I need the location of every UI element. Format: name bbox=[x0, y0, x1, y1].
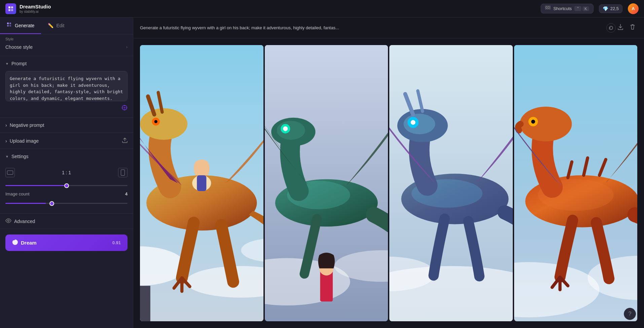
shortcuts-button[interactable]: Shortcuts ⌃ K bbox=[541, 4, 593, 13]
settings-section: ▼ Settings 1 : 1 bbox=[0, 149, 133, 214]
magic-enhance-button[interactable] bbox=[121, 105, 128, 112]
shortcuts-icon bbox=[545, 6, 550, 11]
upload-left: › Upload image bbox=[5, 138, 39, 144]
image-count-label: Image count bbox=[5, 191, 30, 196]
generated-image-2[interactable] bbox=[265, 45, 388, 321]
content-area: Generate a futuristic flying wyvern with… bbox=[133, 17, 644, 328]
svg-rect-10 bbox=[7, 23, 9, 24]
tab-generate-label: Generate bbox=[15, 23, 34, 28]
prompt-body: Generate a futuristic flying wyvern with… bbox=[0, 71, 133, 117]
svg-rect-5 bbox=[547, 6, 548, 7]
svg-point-61 bbox=[531, 120, 535, 124]
settings-header[interactable]: ▼ Settings bbox=[0, 149, 133, 164]
svg-point-29 bbox=[140, 108, 187, 140]
app-title: DreamStudio bbox=[20, 4, 51, 10]
svg-point-31 bbox=[154, 120, 157, 123]
tab-bar: Generate ✏️ Edit bbox=[0, 17, 133, 34]
image-count-row: Image count 4 bbox=[5, 191, 128, 196]
generated-image-1[interactable] bbox=[140, 45, 263, 321]
delete-button[interactable] bbox=[628, 22, 637, 33]
main-content: Generate ✏️ Edit Style Choose style › ▼ … bbox=[0, 17, 644, 328]
credits-value: 22,5 bbox=[610, 6, 619, 11]
svg-rect-7 bbox=[545, 8, 546, 9]
tab-edit-label: Edit bbox=[56, 23, 64, 28]
generated-image-3[interactable] bbox=[389, 45, 513, 321]
dream-button-left: Dream bbox=[12, 239, 37, 246]
svg-rect-27 bbox=[140, 286, 150, 321]
style-section: Style Choose style › bbox=[0, 34, 133, 56]
negative-prompt-label: Negative prompt bbox=[10, 122, 44, 128]
prompt-input[interactable]: Generate a futuristic flying wyvern with… bbox=[5, 71, 128, 101]
negative-prompt-section[interactable]: › Negative prompt bbox=[0, 118, 133, 133]
app-logo bbox=[5, 3, 16, 14]
svg-point-20 bbox=[8, 220, 9, 222]
refresh-button[interactable] bbox=[606, 23, 616, 33]
kbd2: K bbox=[582, 6, 589, 11]
image-1-placeholder bbox=[140, 45, 263, 321]
svg-rect-11 bbox=[9, 23, 11, 24]
tab-generate[interactable]: Generate bbox=[0, 17, 41, 34]
svg-rect-12 bbox=[7, 25, 9, 27]
help-label: ? bbox=[629, 311, 632, 317]
app-title-group: DreamStudio by stability.ai bbox=[20, 4, 51, 13]
svg-rect-0 bbox=[8, 6, 10, 8]
svg-point-42 bbox=[283, 126, 288, 131]
content-header-left: Generate a futuristic flying wyvern with… bbox=[140, 23, 616, 33]
upload-section[interactable]: › Upload image bbox=[0, 133, 133, 149]
style-chooser[interactable]: Choose style › bbox=[5, 42, 128, 52]
aspect-ratio-slider-container bbox=[5, 181, 128, 187]
eye-icon bbox=[5, 218, 11, 224]
aspect-ratio-row: 1 : 1 bbox=[5, 168, 128, 177]
portrait-aspect-icon[interactable] bbox=[118, 168, 128, 177]
help-button[interactable]: ? bbox=[624, 308, 636, 320]
style-label: Style bbox=[5, 37, 128, 41]
download-button[interactable] bbox=[616, 22, 625, 33]
sidebar: Generate ✏️ Edit Style Choose style › ▼ … bbox=[0, 17, 133, 328]
image-count-slider[interactable] bbox=[5, 203, 128, 204]
svg-rect-4 bbox=[545, 6, 546, 7]
shortcuts-label: Shortcuts bbox=[553, 6, 572, 11]
content-header-actions bbox=[616, 22, 637, 33]
svg-rect-1 bbox=[11, 6, 13, 8]
aspect-ratio-slider[interactable] bbox=[5, 185, 128, 186]
images-grid bbox=[133, 38, 644, 328]
svg-rect-6 bbox=[549, 6, 550, 7]
svg-rect-2 bbox=[8, 9, 10, 11]
image-count-value: 4 bbox=[125, 191, 128, 196]
prompt-header-label: Prompt bbox=[11, 61, 27, 66]
content-header: Generate a futuristic flying wyvern with… bbox=[133, 17, 644, 38]
landscape-icon-inner bbox=[7, 171, 13, 175]
credits-icon: 💎 bbox=[603, 6, 608, 11]
svg-rect-9 bbox=[549, 8, 550, 9]
image-3-placeholder bbox=[389, 45, 513, 321]
user-avatar[interactable]: A bbox=[628, 3, 639, 14]
image-2-placeholder bbox=[265, 45, 388, 321]
negative-prompt-chevron-icon: › bbox=[5, 122, 7, 128]
upload-chevron-icon: › bbox=[5, 138, 7, 144]
prompt-chevron-icon: ▼ bbox=[5, 62, 9, 66]
kbd1: ⌃ bbox=[574, 6, 581, 11]
advanced-section[interactable]: Advanced bbox=[0, 214, 133, 229]
landscape-aspect-icon[interactable] bbox=[5, 168, 15, 177]
edit-icon: ✏️ bbox=[48, 23, 53, 28]
prompt-display: Generate a futuristic flying wyvern with… bbox=[140, 25, 602, 30]
generated-image-4[interactable] bbox=[514, 45, 638, 321]
svg-rect-13 bbox=[9, 25, 11, 27]
prompt-actions bbox=[5, 105, 128, 112]
svg-rect-33 bbox=[197, 175, 206, 191]
settings-chevron-icon: ▼ bbox=[5, 155, 9, 158]
generate-icon bbox=[7, 22, 12, 29]
upload-icon bbox=[122, 138, 128, 144]
keyboard-combo: ⌃ K bbox=[574, 6, 589, 11]
svg-rect-8 bbox=[547, 8, 548, 9]
dream-icon bbox=[12, 239, 18, 246]
app-subtitle: by stability.ai bbox=[20, 10, 51, 13]
prompt-section: ▼ Prompt Generate a futuristic flying wy… bbox=[0, 56, 133, 118]
dream-label: Dream bbox=[21, 240, 37, 246]
app-branding: DreamStudio by stability.ai bbox=[5, 3, 51, 14]
tab-edit[interactable]: ✏️ Edit bbox=[41, 17, 71, 34]
dream-button[interactable]: Dream 0.91 bbox=[5, 234, 128, 251]
settings-label: Settings bbox=[11, 154, 29, 159]
image-4-placeholder bbox=[514, 45, 638, 321]
prompt-header[interactable]: ▼ Prompt bbox=[0, 56, 133, 71]
